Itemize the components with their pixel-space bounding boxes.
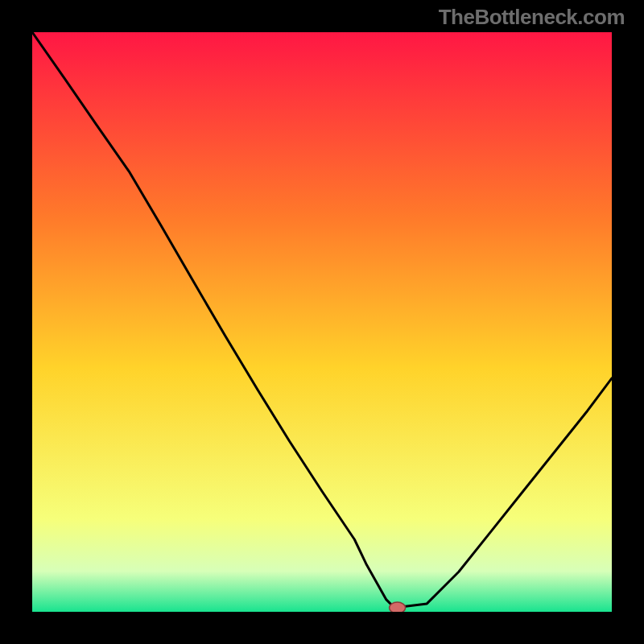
- gradient-background: [32, 32, 612, 612]
- optimal-marker: [390, 602, 406, 612]
- chart-frame: TheBottleneck.com: [0, 0, 644, 644]
- plot-area: [32, 32, 612, 612]
- watermark-text: TheBottleneck.com: [439, 5, 625, 30]
- plot-svg: [32, 32, 612, 612]
